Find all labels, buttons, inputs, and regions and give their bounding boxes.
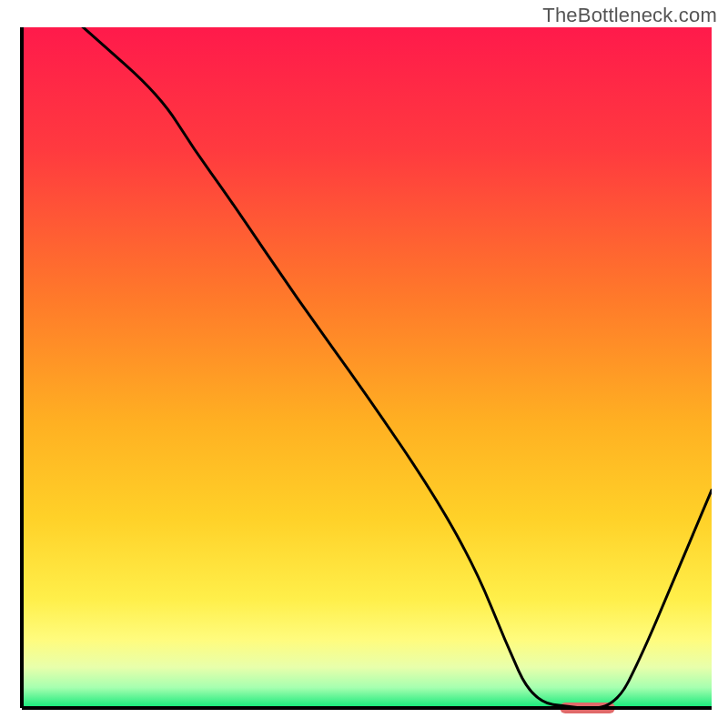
chart-frame: TheBottleneck.com bbox=[0, 0, 728, 728]
plot-area bbox=[16, 25, 713, 713]
bottleneck-chart bbox=[16, 25, 713, 713]
svg-rect-1 bbox=[22, 27, 712, 708]
watermark-text: TheBottleneck.com bbox=[542, 4, 717, 27]
